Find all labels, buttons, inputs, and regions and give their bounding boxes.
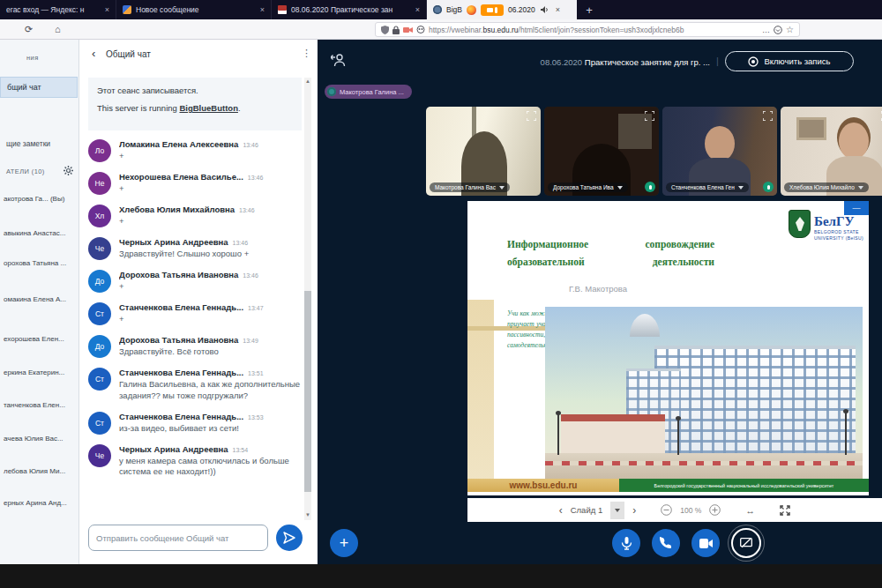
flower-bed bbox=[545, 461, 863, 465]
chat-message: Хл Хлебова Юлия Михайловна13:46 + bbox=[88, 205, 302, 227]
leave-audio-button[interactable] bbox=[652, 529, 680, 557]
fullscreen-icon[interactable] bbox=[780, 505, 790, 516]
screenshare-permission-icon[interactable] bbox=[416, 26, 425, 33]
screenshot-root: егас вход — Яндекс: н × Новое сообщение … bbox=[0, 0, 882, 588]
user-list-item[interactable]: танченкова Елен... bbox=[4, 401, 65, 409]
zoom-out-icon[interactable] bbox=[661, 504, 672, 516]
webcam-name-tag[interactable]: Макотрова Галина Вас bbox=[430, 182, 510, 192]
next-slide-icon[interactable]: › bbox=[632, 504, 636, 517]
slide-author: Г.В. Макотрова bbox=[569, 284, 627, 294]
avatar: Че bbox=[88, 444, 111, 467]
expand-icon[interactable] bbox=[763, 111, 773, 121]
public-chat-panel: ‹ Общий чат ⋮ Этот сеанс записывается. T… bbox=[79, 40, 318, 564]
user-list-item[interactable]: лебова Юлия Ми... bbox=[4, 467, 65, 475]
sidebar-item-shared-notes[interactable]: щие заметки bbox=[6, 139, 50, 148]
message-time: 13:53 bbox=[248, 414, 264, 421]
webcam-name-tag[interactable]: Дорохова Татьяна Ива bbox=[548, 182, 628, 192]
webcam-name-tag[interactable]: Станченкова Елена Ген bbox=[666, 182, 749, 192]
chat-scrollbar-thumb[interactable] bbox=[304, 291, 311, 492]
tab-lesson-page[interactable]: 08.06.2020 Практическое зан × bbox=[272, 0, 427, 19]
screenshare-button[interactable] bbox=[731, 528, 761, 558]
scroll-up-icon[interactable]: ▲ bbox=[305, 78, 310, 84]
tab-bigbluebutton-active[interactable]: BigB 06.2020 × bbox=[427, 0, 577, 19]
expand-icon[interactable] bbox=[645, 111, 654, 121]
message-time: 13:46 bbox=[243, 142, 258, 148]
close-icon[interactable]: × bbox=[556, 5, 560, 14]
bookmark-star-icon[interactable]: ☆ bbox=[786, 26, 794, 34]
talker-name: Макотрова Галина ... bbox=[340, 88, 404, 96]
active-talker-indicator[interactable]: Макотрова Галина ... bbox=[325, 85, 412, 99]
reload-icon[interactable]: ⟳ bbox=[25, 23, 33, 35]
expand-icon[interactable] bbox=[527, 111, 536, 121]
minimize-presentation-button[interactable]: — bbox=[844, 201, 869, 215]
page-actions-icon[interactable]: … bbox=[762, 26, 770, 34]
mute-microphone-button[interactable] bbox=[612, 529, 640, 557]
send-message-button[interactable] bbox=[276, 525, 303, 551]
actions-plus-button[interactable]: + bbox=[330, 529, 358, 557]
gear-icon[interactable] bbox=[64, 166, 73, 175]
person-face bbox=[839, 123, 869, 160]
avatar: Ст bbox=[88, 368, 111, 391]
webcam-button[interactable] bbox=[691, 529, 720, 557]
pocket-icon[interactable] bbox=[774, 26, 782, 34]
user-list-item[interactable]: еркина Екатерин... bbox=[4, 368, 64, 376]
webcam-video-3[interactable]: Станченкова Елена Ген bbox=[662, 107, 777, 196]
message-author: Дорохова Татьяна Ивановна bbox=[119, 335, 238, 345]
camera-blocked-icon[interactable] bbox=[403, 26, 413, 33]
presentation-slide[interactable]: Информационное сопровождение образовател… bbox=[467, 201, 869, 495]
tab-new-message[interactable]: Новое сообщение × bbox=[116, 0, 272, 19]
user-list-item[interactable]: ехорошева Елен... bbox=[4, 335, 64, 343]
permissions-shield-icon[interactable] bbox=[381, 26, 389, 34]
back-icon[interactable]: ‹ bbox=[92, 47, 95, 60]
close-icon[interactable]: × bbox=[415, 5, 420, 14]
chat-options-kebab-icon[interactable]: ⋮ bbox=[302, 48, 311, 59]
person-face bbox=[705, 126, 735, 161]
webcam-video-1[interactable]: Макотрова Галина Вас bbox=[426, 107, 541, 196]
message-author: Станченкова Елена Геннадь... bbox=[119, 412, 243, 421]
message-text: + bbox=[119, 151, 302, 162]
previous-slide-icon[interactable]: ‹ bbox=[559, 504, 563, 517]
url-text[interactable]: https://vwebinar.bsu.edu.ru/html5client/… bbox=[429, 26, 759, 34]
user-list-item[interactable]: орохова Татьяна ... bbox=[4, 259, 66, 267]
webcam-video-2[interactable]: Дорохова Татьяна Ива bbox=[544, 107, 659, 196]
logo-sub2: UNIVERSITY (BelSU) bbox=[814, 235, 863, 241]
fit-width-icon[interactable]: ↔ bbox=[745, 505, 755, 516]
webcam-name-tag[interactable]: Хлебова Юлия Михайло bbox=[784, 182, 869, 192]
tab-yandex-login[interactable]: егас вход — Яндекс: н × bbox=[0, 0, 116, 19]
close-icon[interactable]: × bbox=[260, 5, 265, 14]
slide-select-dropdown[interactable] bbox=[610, 502, 624, 519]
user-list-item[interactable]: омакина Елена А... bbox=[4, 295, 66, 303]
scroll-down-icon[interactable]: ▼ bbox=[305, 512, 310, 517]
camera-icon bbox=[699, 539, 713, 548]
zoom-level-label: 100 % bbox=[680, 506, 701, 515]
message-author: Хлебова Юлия Михайловна bbox=[119, 205, 235, 214]
wall-picture bbox=[796, 117, 826, 140]
new-tab-button[interactable]: + bbox=[577, 0, 602, 19]
close-icon[interactable]: × bbox=[105, 5, 109, 14]
chat-message: Ст Станченкова Елена Геннадь...13:53 из-… bbox=[88, 412, 302, 435]
user-list-item[interactable]: ачева Юлия Вас... bbox=[4, 435, 64, 443]
message-time: 13:51 bbox=[248, 370, 264, 376]
webcam-video-4[interactable]: Хлебова Юлия Михайло bbox=[781, 107, 882, 196]
sidebar-item-public-chat[interactable]: бщий чат bbox=[0, 77, 78, 98]
message-text: из-за видео, выбивает из сети! bbox=[119, 423, 302, 435]
home-icon[interactable]: ⌂ bbox=[55, 23, 61, 35]
message-author: Ломакина Елена Алексеевна bbox=[119, 139, 238, 149]
user-list-item[interactable]: ерных Арина Анд... bbox=[4, 499, 67, 507]
start-recording-button[interactable]: Включить запись bbox=[725, 51, 854, 71]
camera-mic-sharing-indicator[interactable] bbox=[481, 4, 504, 16]
user-list-item[interactable]: авыкина Анастас... bbox=[4, 229, 65, 237]
building-main-block bbox=[654, 346, 856, 453]
avatar: Че bbox=[88, 237, 111, 260]
manage-users-icon[interactable] bbox=[331, 54, 346, 67]
message-time: 13:47 bbox=[248, 305, 264, 311]
chat-message-input[interactable] bbox=[88, 525, 268, 551]
chat-scrollbar[interactable] bbox=[304, 78, 311, 520]
user-list-item[interactable]: акотрова Га... (Вы) bbox=[4, 195, 64, 203]
url-field[interactable]: https://vwebinar.bsu.edu.ru/html5client/… bbox=[375, 22, 800, 37]
belgu-shield-icon bbox=[789, 210, 811, 238]
bigbluebutton-link[interactable]: BigBlueButton bbox=[179, 103, 238, 113]
avatar: Ло bbox=[88, 139, 111, 162]
zoom-in-icon[interactable] bbox=[709, 504, 721, 516]
tab-audio-icon[interactable] bbox=[540, 5, 549, 14]
